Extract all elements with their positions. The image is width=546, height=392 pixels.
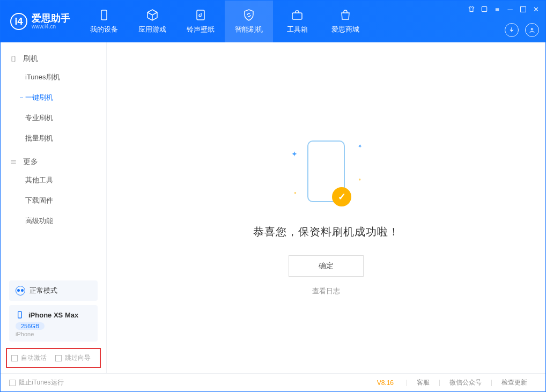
svg-rect-4: [520, 6, 526, 12]
success-illustration: ✦ ✦ ● ● ✓: [281, 134, 372, 209]
checkbox-auto-activate[interactable]: 自动激活: [11, 353, 47, 363]
checkbox-block-itunes[interactable]: 阻止iTunes运行: [9, 378, 64, 387]
feedback-icon[interactable]: [480, 5, 489, 13]
device-name: iPhone XS Max: [28, 311, 78, 319]
checkbox-label: 自动激活: [21, 353, 47, 363]
sparkle-icon: ●: [294, 190, 297, 195]
checkmark-badge-icon: ✓: [332, 187, 351, 206]
main-content: ✦ ✦ ● ● ✓ 恭喜您，保资料刷机成功啦！ 确定 查看日志: [107, 42, 545, 373]
checkbox-box-icon: [11, 355, 18, 361]
cube-icon: [146, 9, 159, 21]
checkbox-skip-guide[interactable]: 跳过向导: [55, 353, 91, 363]
top-nav: 我的设备 应用游戏 铃声壁纸 智能刷机 工具箱 爱思商城: [80, 1, 370, 42]
device-mode-label: 正常模式: [29, 286, 57, 295]
phone-icon: [98, 9, 110, 21]
sidebar-bottom: 正常模式 iPhone XS Max 256GB iPhone 自动激活: [1, 276, 106, 373]
device-mode-box[interactable]: 正常模式: [9, 280, 98, 301]
checkbox-box-icon: [9, 380, 16, 386]
body: 刷机 iTunes刷机 一键刷机 专业刷机 批量刷机 更多 其他工具 下载固件 …: [1, 42, 545, 373]
highlighted-options-box: 自动激活 跳过向导: [6, 348, 101, 368]
sidebar-item-pro-flash[interactable]: 专业刷机: [1, 108, 106, 128]
checkbox-label: 跳过向导: [65, 353, 91, 363]
sparkle-icon: ✦: [291, 150, 298, 158]
nav-store[interactable]: 爱思商城: [321, 1, 370, 42]
sparkle-icon: ●: [358, 177, 361, 182]
close-button[interactable]: ✕: [532, 5, 540, 13]
download-button[interactable]: [505, 23, 519, 37]
sidebar-item-oneclick-flash[interactable]: 一键刷机: [1, 87, 106, 108]
phone-small-icon: [16, 310, 24, 319]
sidebar-item-download-firmware[interactable]: 下载固件: [1, 190, 106, 211]
svg-rect-1: [197, 10, 204, 20]
nav-label: 我的设备: [90, 25, 118, 34]
nav-ringtones-wallpapers[interactable]: 铃声壁纸: [176, 1, 225, 42]
view-log-link[interactable]: 查看日志: [312, 286, 340, 296]
svg-point-5: [531, 28, 533, 31]
confirm-button[interactable]: 确定: [289, 255, 364, 277]
menu-lines-icon: [9, 158, 18, 166]
sidebar-section-title: 更多: [23, 157, 38, 167]
nav-toolbox[interactable]: 工具箱: [273, 1, 321, 42]
checkbox-label: 阻止iTunes运行: [19, 378, 64, 387]
header: i4 爱思助手 www.i4.cn 我的设备 应用游戏 铃声壁纸 智能刷机: [1, 1, 545, 42]
footer: 阻止iTunes运行 V8.16 客服 微信公众号 检查更新: [1, 373, 545, 391]
logo-icon: i4: [10, 13, 27, 30]
shopping-bag-icon: [339, 9, 352, 21]
svg-rect-6: [12, 56, 15, 62]
checkbox-box-icon: [55, 355, 62, 361]
device-type: iPhone: [16, 331, 91, 337]
nav-label: 应用游戏: [138, 25, 166, 34]
app-domain: www.i4.cn: [32, 23, 70, 30]
nav-smart-flash[interactable]: 智能刷机: [225, 1, 273, 42]
shirt-icon[interactable]: [467, 5, 476, 13]
music-file-icon: [194, 9, 207, 21]
mode-normal-icon: [16, 286, 25, 295]
sidebar-section-more: 更多 其他工具 下载固件 高级功能: [1, 154, 106, 231]
device-storage-badge: 256GB: [16, 322, 45, 330]
window-controls: ≡ ─ ✕: [467, 5, 540, 13]
svg-rect-0: [101, 10, 107, 20]
sidebar-item-batch-flash[interactable]: 批量刷机: [1, 128, 106, 149]
sidebar-item-advanced[interactable]: 高级功能: [1, 211, 106, 231]
logo: i4 爱思助手 www.i4.cn: [1, 1, 80, 42]
shield-refresh-icon: [242, 9, 255, 21]
sidebar-section-header: 刷机: [1, 51, 106, 67]
device-info-box[interactable]: iPhone XS Max 256GB iPhone: [9, 305, 98, 342]
footer-link-check-update[interactable]: 检查更新: [492, 378, 537, 387]
nav-label: 工具箱: [287, 25, 308, 34]
sidebar-section-header: 更多: [1, 154, 106, 170]
svg-rect-7: [18, 312, 22, 318]
maximize-button[interactable]: [519, 5, 527, 13]
briefcase-icon: [291, 9, 304, 21]
header-quick-actions: [505, 23, 539, 37]
sidebar-item-other-tools[interactable]: 其他工具: [1, 170, 106, 190]
sidebar-section-title: 刷机: [23, 54, 38, 64]
app-name: 爱思助手: [32, 13, 70, 23]
svg-rect-3: [482, 6, 486, 11]
nav-label: 铃声壁纸: [187, 25, 215, 34]
footer-link-support[interactable]: 客服: [407, 378, 439, 387]
version-label: V8.16: [377, 379, 394, 387]
menu-icon[interactable]: ≡: [493, 5, 501, 13]
phone-outline-icon: [9, 55, 18, 63]
nav-my-device[interactable]: 我的设备: [80, 1, 128, 42]
nav-label: 智能刷机: [235, 25, 263, 34]
footer-links: 客服 微信公众号 检查更新: [407, 378, 537, 387]
sparkle-icon: ✦: [358, 143, 362, 149]
nav-label: 爱思商城: [331, 25, 359, 34]
sidebar-item-itunes-flash[interactable]: iTunes刷机: [1, 67, 106, 87]
footer-link-wechat[interactable]: 微信公众号: [440, 378, 491, 387]
minimize-button[interactable]: ─: [506, 5, 514, 13]
sidebar-section-flash: 刷机 iTunes刷机 一键刷机 专业刷机 批量刷机: [1, 51, 106, 149]
svg-rect-2: [292, 13, 302, 19]
app-window: i4 爱思助手 www.i4.cn 我的设备 应用游戏 铃声壁纸 智能刷机: [0, 0, 546, 392]
user-button[interactable]: [525, 23, 539, 37]
success-message: 恭喜您，保资料刷机成功啦！: [253, 225, 400, 239]
nav-apps-games[interactable]: 应用游戏: [128, 1, 176, 42]
sidebar: 刷机 iTunes刷机 一键刷机 专业刷机 批量刷机 更多 其他工具 下载固件 …: [1, 42, 107, 373]
phone-shape-icon: ✓: [307, 140, 345, 202]
